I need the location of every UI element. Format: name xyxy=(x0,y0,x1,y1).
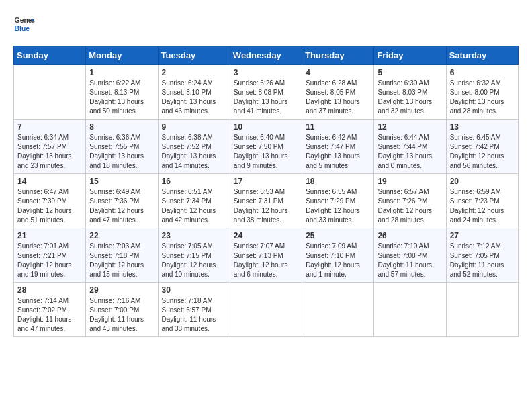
calendar-day-cell: 4Sunrise: 6:28 AMSunset: 8:05 PMDaylight… xyxy=(302,65,374,120)
day-info: Sunrise: 6:57 AMSunset: 7:26 PMDaylight:… xyxy=(378,187,442,225)
day-info: Sunrise: 7:07 AMSunset: 7:13 PMDaylight:… xyxy=(234,242,298,279)
day-info: Sunrise: 6:30 AMSunset: 8:03 PMDaylight:… xyxy=(378,79,442,116)
calendar-day-cell: 2Sunrise: 6:24 AMSunset: 8:10 PMDaylight… xyxy=(158,65,230,120)
day-number: 13 xyxy=(450,122,515,132)
calendar-day-cell: 6Sunrise: 6:32 AMSunset: 8:00 PMDaylight… xyxy=(446,65,518,120)
day-number: 2 xyxy=(162,68,226,77)
day-number: 4 xyxy=(306,68,370,77)
calendar-day-cell: 21Sunrise: 7:01 AMSunset: 7:21 PMDayligh… xyxy=(14,228,86,283)
day-info: Sunrise: 6:40 AMSunset: 7:50 PMDaylight:… xyxy=(234,133,298,171)
day-info: Sunrise: 7:10 AMSunset: 7:08 PMDaylight:… xyxy=(378,242,442,279)
weekday-header: Thursday xyxy=(302,46,374,65)
day-number: 1 xyxy=(89,68,154,77)
weekday-header: Wednesday xyxy=(230,46,302,65)
calendar-week-row: 7Sunrise: 6:34 AMSunset: 7:57 PMDaylight… xyxy=(14,120,519,174)
day-info: Sunrise: 7:12 AMSunset: 7:05 PMDaylight:… xyxy=(450,242,515,279)
day-info: Sunrise: 6:28 AMSunset: 8:05 PMDaylight:… xyxy=(306,79,370,116)
calendar-day-cell: 24Sunrise: 7:07 AMSunset: 7:13 PMDayligh… xyxy=(230,228,302,283)
day-number: 19 xyxy=(378,177,442,186)
calendar-day-cell xyxy=(374,283,446,337)
calendar-day-cell: 15Sunrise: 6:49 AMSunset: 7:36 PMDayligh… xyxy=(86,174,158,228)
calendar-day-cell: 20Sunrise: 6:59 AMSunset: 7:23 PMDayligh… xyxy=(446,174,518,228)
day-number: 7 xyxy=(17,122,82,132)
day-info: Sunrise: 6:26 AMSunset: 8:08 PMDaylight:… xyxy=(234,79,298,116)
calendar-day-cell: 17Sunrise: 6:53 AMSunset: 7:31 PMDayligh… xyxy=(230,174,302,228)
calendar-day-cell: 9Sunrise: 6:38 AMSunset: 7:52 PMDaylight… xyxy=(158,120,230,174)
calendar-day-cell xyxy=(14,65,86,120)
weekday-header: Tuesday xyxy=(158,46,230,65)
day-number: 28 xyxy=(17,285,82,295)
day-number: 12 xyxy=(378,122,442,132)
day-info: Sunrise: 7:03 AMSunset: 7:18 PMDaylight:… xyxy=(89,242,154,279)
calendar-day-cell: 14Sunrise: 6:47 AMSunset: 7:39 PMDayligh… xyxy=(14,174,86,228)
calendar-week-row: 28Sunrise: 7:14 AMSunset: 7:02 PMDayligh… xyxy=(14,283,519,337)
svg-text:Blue: Blue xyxy=(15,25,30,32)
day-number: 5 xyxy=(378,68,442,77)
calendar-day-cell: 8Sunrise: 6:36 AMSunset: 7:55 PMDaylight… xyxy=(86,120,158,174)
calendar-day-cell: 3Sunrise: 6:26 AMSunset: 8:08 PMDaylight… xyxy=(230,65,302,120)
calendar-day-cell: 27Sunrise: 7:12 AMSunset: 7:05 PMDayligh… xyxy=(446,228,518,283)
calendar-day-cell: 12Sunrise: 6:44 AMSunset: 7:44 PMDayligh… xyxy=(374,120,446,174)
day-info: Sunrise: 6:55 AMSunset: 7:29 PMDaylight:… xyxy=(306,187,370,225)
calendar-day-cell: 23Sunrise: 7:05 AMSunset: 7:15 PMDayligh… xyxy=(158,228,230,283)
day-number: 16 xyxy=(162,177,226,186)
day-info: Sunrise: 6:45 AMSunset: 7:42 PMDaylight:… xyxy=(450,133,515,171)
calendar-day-cell: 19Sunrise: 6:57 AMSunset: 7:26 PMDayligh… xyxy=(374,174,446,228)
logo: General Blue xyxy=(13,13,35,35)
day-number: 29 xyxy=(89,285,154,295)
day-info: Sunrise: 6:36 AMSunset: 7:55 PMDaylight:… xyxy=(89,133,154,171)
day-number: 18 xyxy=(306,177,370,186)
day-info: Sunrise: 6:47 AMSunset: 7:39 PMDaylight:… xyxy=(17,187,82,225)
day-number: 14 xyxy=(17,177,82,186)
day-info: Sunrise: 7:14 AMSunset: 7:02 PMDaylight:… xyxy=(17,296,82,334)
day-info: Sunrise: 6:34 AMSunset: 7:57 PMDaylight:… xyxy=(17,133,82,171)
day-info: Sunrise: 7:01 AMSunset: 7:21 PMDaylight:… xyxy=(17,242,82,279)
day-info: Sunrise: 6:59 AMSunset: 7:23 PMDaylight:… xyxy=(450,187,515,225)
day-number: 3 xyxy=(234,68,298,77)
day-number: 22 xyxy=(89,231,154,240)
calendar-day-cell: 1Sunrise: 6:22 AMSunset: 8:13 PMDaylight… xyxy=(86,65,158,120)
calendar-day-cell: 29Sunrise: 7:16 AMSunset: 7:00 PMDayligh… xyxy=(86,283,158,337)
calendar-week-row: 21Sunrise: 7:01 AMSunset: 7:21 PMDayligh… xyxy=(14,228,519,283)
calendar-header-row: SundayMondayTuesdayWednesdayThursdayFrid… xyxy=(14,46,519,65)
day-number: 15 xyxy=(89,177,154,186)
day-info: Sunrise: 6:22 AMSunset: 8:13 PMDaylight:… xyxy=(89,79,154,116)
calendar-day-cell: 30Sunrise: 7:18 AMSunset: 6:57 PMDayligh… xyxy=(158,283,230,337)
weekday-header: Monday xyxy=(86,46,158,65)
day-number: 10 xyxy=(234,122,298,132)
day-info: Sunrise: 7:18 AMSunset: 6:57 PMDaylight:… xyxy=(162,296,226,334)
day-number: 11 xyxy=(306,122,370,132)
calendar-day-cell: 10Sunrise: 6:40 AMSunset: 7:50 PMDayligh… xyxy=(230,120,302,174)
day-number: 8 xyxy=(89,122,154,132)
day-number: 20 xyxy=(450,177,515,186)
day-info: Sunrise: 7:05 AMSunset: 7:15 PMDaylight:… xyxy=(162,242,226,279)
day-info: Sunrise: 6:42 AMSunset: 7:47 PMDaylight:… xyxy=(306,133,370,171)
day-number: 27 xyxy=(450,231,515,240)
day-info: Sunrise: 6:24 AMSunset: 8:10 PMDaylight:… xyxy=(162,79,226,116)
calendar-day-cell: 26Sunrise: 7:10 AMSunset: 7:08 PMDayligh… xyxy=(374,228,446,283)
calendar-day-cell xyxy=(302,283,374,337)
page-header: General Blue xyxy=(13,13,519,35)
calendar-day-cell: 18Sunrise: 6:55 AMSunset: 7:29 PMDayligh… xyxy=(302,174,374,228)
calendar-day-cell: 7Sunrise: 6:34 AMSunset: 7:57 PMDaylight… xyxy=(14,120,86,174)
day-number: 6 xyxy=(450,68,515,77)
day-number: 21 xyxy=(17,231,82,240)
calendar-day-cell: 16Sunrise: 6:51 AMSunset: 7:34 PMDayligh… xyxy=(158,174,230,228)
day-number: 26 xyxy=(378,231,442,240)
day-info: Sunrise: 6:51 AMSunset: 7:34 PMDaylight:… xyxy=(162,187,226,225)
calendar-day-cell: 13Sunrise: 6:45 AMSunset: 7:42 PMDayligh… xyxy=(446,120,518,174)
day-number: 23 xyxy=(162,231,226,240)
day-info: Sunrise: 6:44 AMSunset: 7:44 PMDaylight:… xyxy=(378,133,442,171)
logo-icon: General Blue xyxy=(13,13,35,35)
calendar-day-cell: 5Sunrise: 6:30 AMSunset: 8:03 PMDaylight… xyxy=(374,65,446,120)
day-info: Sunrise: 7:16 AMSunset: 7:00 PMDaylight:… xyxy=(89,296,154,334)
weekday-header: Sunday xyxy=(14,46,86,65)
day-number: 9 xyxy=(162,122,226,132)
day-info: Sunrise: 6:38 AMSunset: 7:52 PMDaylight:… xyxy=(162,133,226,171)
day-number: 17 xyxy=(234,177,298,186)
calendar-week-row: 1Sunrise: 6:22 AMSunset: 8:13 PMDaylight… xyxy=(14,65,519,120)
day-info: Sunrise: 7:09 AMSunset: 7:10 PMDaylight:… xyxy=(306,242,370,279)
day-number: 24 xyxy=(234,231,298,240)
calendar-week-row: 14Sunrise: 6:47 AMSunset: 7:39 PMDayligh… xyxy=(14,174,519,228)
calendar-day-cell: 28Sunrise: 7:14 AMSunset: 7:02 PMDayligh… xyxy=(14,283,86,337)
